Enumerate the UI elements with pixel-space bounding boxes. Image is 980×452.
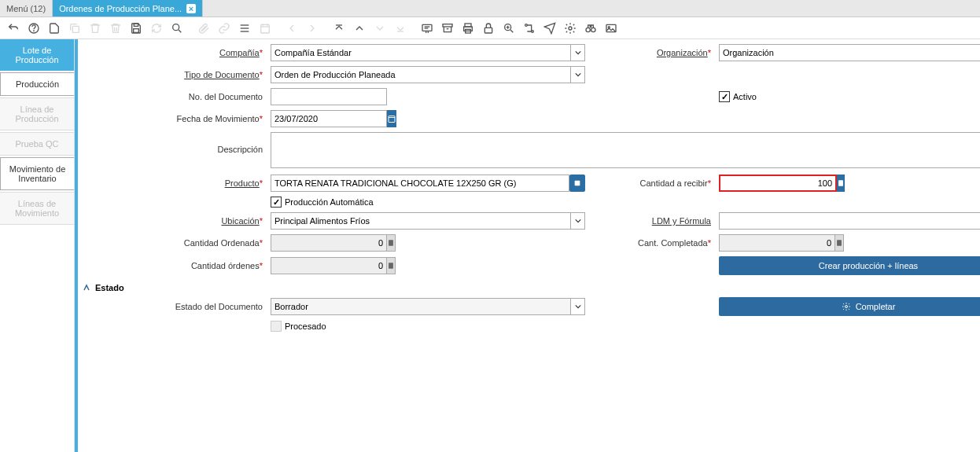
field-ubicacion[interactable]: [271, 212, 585, 230]
sidebar-tab-lote-produccion[interactable]: Lote de Producción: [0, 39, 74, 71]
workflow-icon[interactable]: [521, 20, 538, 37]
input-cantidad-recibir[interactable]: [719, 175, 837, 192]
tab-ordenes-produccion[interactable]: Ordenes de Producción Plane... ×: [53, 0, 203, 17]
close-icon[interactable]: ×: [186, 4, 196, 13]
lookup-icon[interactable]: [569, 175, 585, 192]
search-icon[interactable]: [168, 20, 186, 37]
input-tipo-documento[interactable]: [271, 66, 571, 83]
calculator-icon[interactable]: [387, 257, 396, 274]
send-icon[interactable]: [541, 20, 558, 37]
svg-rect-3: [134, 24, 138, 26]
zoom-icon[interactable]: [500, 20, 518, 37]
field-produccion-automatica[interactable]: Producción Automática: [271, 197, 585, 208]
label-fecha-movimiento: Fecha de Movimiento: [78, 114, 271, 123]
refresh-icon[interactable]: [148, 20, 165, 37]
sidebar-label: Línea de Producción: [3, 105, 71, 123]
help-icon[interactable]: [25, 20, 42, 37]
sidebar-tab-linea-produccion[interactable]: Línea de Producción: [0, 97, 74, 130]
prev-icon[interactable]: [283, 20, 300, 37]
input-organizacion[interactable]: [719, 44, 980, 61]
next-icon[interactable]: [304, 20, 321, 37]
checkbox-activo[interactable]: [719, 91, 730, 102]
input-estado-documento: [271, 298, 571, 315]
image-icon[interactable]: [602, 20, 620, 37]
report-icon[interactable]: [418, 20, 436, 37]
svg-point-41: [845, 306, 847, 308]
input-fecha-movimiento[interactable]: [271, 110, 387, 127]
field-organizacion[interactable]: [719, 44, 980, 61]
undo-icon[interactable]: [5, 20, 22, 37]
save-icon[interactable]: [127, 20, 145, 37]
section-estado[interactable]: Estado: [78, 275, 980, 297]
field-no-documento[interactable]: [271, 88, 585, 105]
label-procesado: Procesado: [285, 322, 326, 331]
chevron-down-icon[interactable]: [571, 298, 585, 315]
last-icon[interactable]: [392, 20, 409, 37]
new-icon[interactable]: [46, 20, 63, 37]
checkbox-produccion-automatica[interactable]: [271, 197, 282, 208]
svg-rect-4: [134, 28, 139, 32]
sidebar-tab-produccion[interactable]: Producción: [0, 72, 74, 96]
button-crear-produccion[interactable]: Crear producción + líneas: [719, 256, 980, 275]
field-cantidad-ordenes[interactable]: [271, 257, 333, 274]
input-ldm[interactable]: [719, 212, 980, 230]
up-icon[interactable]: [351, 20, 368, 37]
label-activo: Activo: [733, 92, 757, 101]
field-procesado[interactable]: Procesado: [271, 321, 585, 332]
label-producto: Producto: [78, 178, 271, 188]
sidebar-tab-prueba-qc[interactable]: Prueba QC: [0, 132, 74, 156]
calculator-icon[interactable]: [387, 234, 396, 252]
svg-rect-40: [389, 263, 393, 269]
input-producto[interactable]: [271, 175, 569, 192]
field-producto[interactable]: [271, 175, 585, 192]
calculator-icon[interactable]: [837, 175, 845, 192]
field-cantidad-recibir[interactable]: [719, 175, 829, 192]
calendar-icon[interactable]: [387, 110, 396, 127]
print-icon[interactable]: [459, 20, 477, 37]
binoculars-icon[interactable]: [582, 20, 599, 37]
textarea-descripcion[interactable]: [271, 132, 980, 168]
label-cantidad-ordenes: Cantidad órdenes: [78, 261, 271, 270]
field-ldm[interactable]: [719, 212, 980, 230]
calculator-icon[interactable]: [835, 234, 844, 252]
chevron-down-icon[interactable]: [571, 212, 585, 230]
input-ubicacion[interactable]: [271, 212, 571, 230]
field-activo[interactable]: Activo: [719, 91, 980, 102]
delete-icon[interactable]: [87, 20, 104, 37]
field-estado-documento[interactable]: [271, 298, 585, 315]
first-icon[interactable]: [330, 20, 348, 37]
svg-rect-37: [838, 180, 843, 186]
button-completar[interactable]: Completar: [719, 297, 980, 316]
down-icon[interactable]: [371, 20, 389, 37]
checkbox-procesado: [271, 321, 282, 332]
link-icon[interactable]: [216, 20, 233, 37]
field-compania[interactable]: [271, 44, 585, 61]
input-compania[interactable]: [271, 44, 571, 61]
field-cantidad-completada[interactable]: [719, 234, 782, 252]
sidebar-tab-movimiento-inventario[interactable]: Movimiento de Inventario: [0, 157, 74, 190]
label-ubicacion: Ubicación: [78, 216, 271, 226]
svg-rect-2: [72, 26, 79, 32]
attach-icon[interactable]: [195, 20, 212, 37]
svg-rect-15: [422, 24, 432, 31]
svg-rect-36: [575, 181, 580, 186]
lock-icon[interactable]: [480, 20, 497, 37]
calendar-icon[interactable]: [256, 20, 274, 37]
field-fecha-movimiento[interactable]: [271, 110, 345, 127]
chevron-down-icon[interactable]: [571, 66, 585, 83]
sidebar-tab-lineas-movimiento[interactable]: Líneas de Movimiento: [0, 192, 74, 225]
tab-menu[interactable]: Menú (12): [0, 0, 53, 17]
button-label: Completar: [856, 302, 896, 311]
field-tipo-documento[interactable]: [271, 66, 585, 83]
trash-icon[interactable]: [107, 20, 124, 37]
svg-rect-39: [837, 240, 842, 246]
grid-icon[interactable]: [236, 20, 253, 37]
input-no-documento[interactable]: [271, 88, 387, 105]
copy-icon[interactable]: [66, 20, 83, 37]
toolbar: [0, 17, 980, 39]
archive-icon[interactable]: [439, 20, 456, 37]
gear-icon[interactable]: [562, 20, 579, 37]
sidebar-label: Líneas de Movimiento: [3, 199, 71, 218]
field-cantidad-ordenada[interactable]: [271, 234, 333, 252]
chevron-down-icon[interactable]: [571, 44, 585, 61]
